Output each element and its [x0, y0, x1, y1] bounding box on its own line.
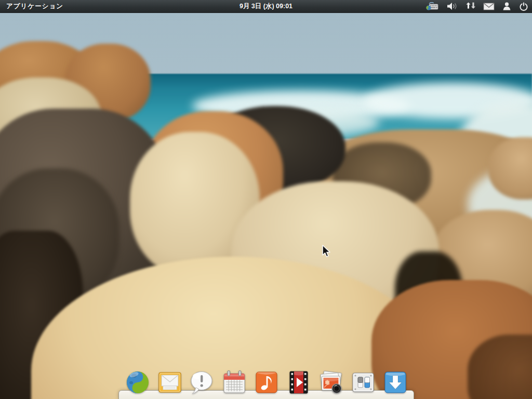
- dock-icon-photos[interactable]: [318, 370, 343, 395]
- top-panel: アプリケーション 9月 3日 (水) 09:01: [0, 0, 532, 13]
- volume-indicator-icon[interactable]: [446, 0, 459, 12]
- dock-icon-calendar[interactable]: [222, 370, 247, 395]
- dock-icon-videos[interactable]: [286, 370, 311, 395]
- wallpaper: [0, 12, 532, 399]
- desktop: アプリケーション 9月 3日 (水) 09:01: [0, 0, 532, 399]
- dock-icon-software-updater[interactable]: [383, 370, 408, 395]
- mail-indicator-icon[interactable]: [483, 0, 495, 12]
- dock-icon-mail[interactable]: [157, 370, 182, 395]
- power-indicator-icon[interactable]: [518, 0, 529, 12]
- dock-icon-messages[interactable]: [190, 370, 215, 395]
- dock-icons: [125, 370, 408, 395]
- network-transfer-indicator-icon[interactable]: [466, 0, 476, 12]
- user-session-indicator-icon[interactable]: [502, 0, 512, 12]
- dock-icon-music[interactable]: [254, 370, 279, 395]
- dock-icon-web-browser[interactable]: [125, 370, 150, 395]
- dock-icon-system-settings[interactable]: [351, 370, 376, 395]
- input-method-indicator-icon[interactable]: [425, 0, 440, 12]
- system-tray: [425, 0, 529, 12]
